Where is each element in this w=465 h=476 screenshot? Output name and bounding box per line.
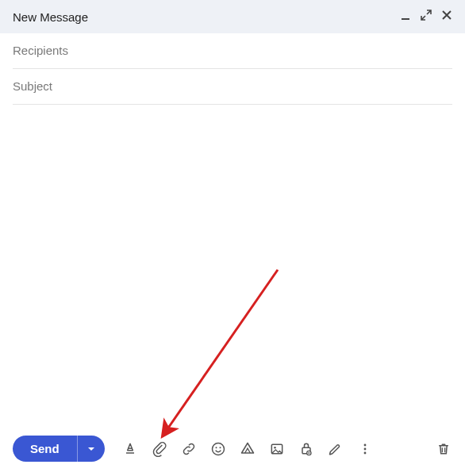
expand-icon[interactable] bbox=[421, 10, 432, 24]
confidential-mode-icon[interactable] bbox=[298, 440, 315, 458]
message-body[interactable] bbox=[0, 105, 465, 426]
compose-header: New Message bbox=[0, 0, 465, 33]
compose-toolbar: Send bbox=[0, 426, 465, 476]
send-button-group: Send bbox=[13, 436, 105, 462]
window-controls bbox=[400, 10, 452, 24]
svg-point-11 bbox=[363, 447, 366, 450]
svg-point-9 bbox=[308, 452, 309, 454]
recipients-field[interactable] bbox=[13, 33, 452, 69]
insert-link-icon[interactable] bbox=[180, 440, 198, 458]
minimize-icon[interactable] bbox=[400, 10, 411, 24]
insert-photo-icon[interactable] bbox=[268, 440, 286, 458]
svg-point-10 bbox=[363, 443, 366, 446]
discard-draft-icon[interactable] bbox=[435, 440, 452, 458]
subject-field[interactable] bbox=[13, 69, 452, 105]
subject-input[interactable] bbox=[13, 79, 452, 93]
formatting-options-icon[interactable] bbox=[121, 440, 139, 458]
recipients-input[interactable] bbox=[13, 44, 452, 57]
send-button[interactable]: Send bbox=[13, 436, 77, 462]
insert-signature-icon[interactable] bbox=[327, 440, 344, 458]
insert-drive-file-icon[interactable] bbox=[239, 440, 256, 458]
svg-point-4 bbox=[219, 447, 221, 448]
svg-point-6 bbox=[274, 447, 276, 449]
svg-point-2 bbox=[212, 443, 224, 455]
window-title: New Message bbox=[13, 10, 88, 24]
svg-point-3 bbox=[215, 447, 217, 448]
send-options-button[interactable] bbox=[77, 436, 105, 462]
header-fields bbox=[0, 33, 465, 105]
insert-emoji-icon[interactable] bbox=[209, 440, 227, 458]
close-icon[interactable] bbox=[441, 10, 452, 24]
more-options-icon[interactable] bbox=[356, 440, 374, 458]
svg-point-12 bbox=[363, 451, 366, 454]
attach-file-icon[interactable] bbox=[151, 440, 168, 458]
